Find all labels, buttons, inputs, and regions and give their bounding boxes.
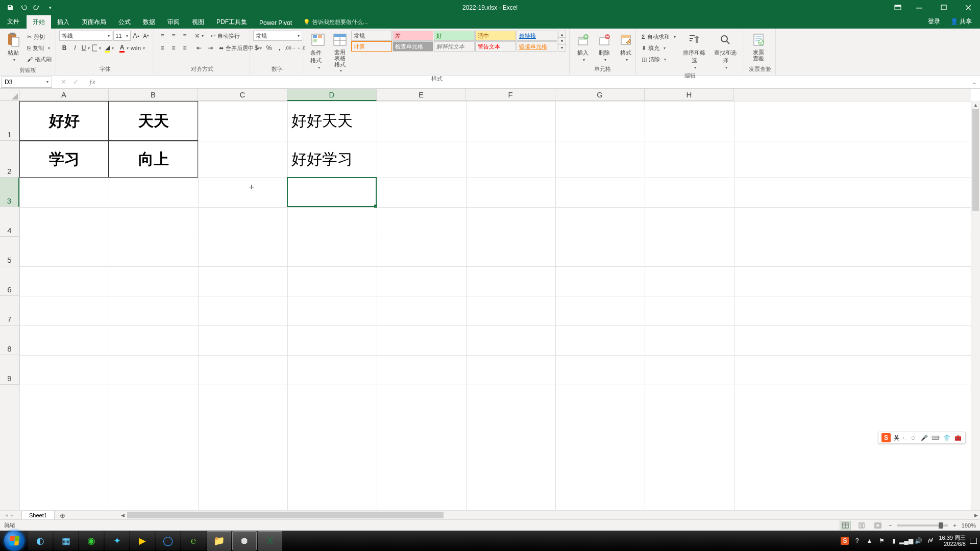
qat-customize-icon[interactable]: ▾ [46,4,54,12]
taskbar-browser[interactable]: ℮ [181,531,206,550]
accounting-format-button[interactable]: $▾ [253,43,263,53]
font-name-combo[interactable]: 等线▾ [59,31,112,41]
invoice-check-button[interactable]: 发票 查验 [747,31,770,62]
row-header-1[interactable]: 1 [0,101,19,141]
taskbar-app-1[interactable]: ◐ [28,531,53,550]
tell-me-search[interactable]: 💡告诉我您想要做什么... [298,16,373,29]
tray-help-icon[interactable]: ? [853,537,861,545]
clear-button[interactable]: ◫清除▾ [640,54,677,64]
font-color-button[interactable]: A▾ [117,43,127,53]
row-headers[interactable]: 123456789 [0,101,19,521]
fill-color-button[interactable]: ◢▾ [102,43,112,53]
scroll-up-icon[interactable]: ▲ [971,101,980,109]
column-header-D[interactable]: D [287,89,377,101]
scroll-left-icon[interactable]: ◀ [119,511,127,519]
ribbon-display-button[interactable] [889,0,906,15]
close-button[interactable] [957,0,980,15]
taskbar-excel[interactable]: X [258,531,282,550]
fill-button[interactable]: ⬇填充▾ [640,43,677,53]
style-normal[interactable]: 常规 [351,31,392,41]
row-header-7[interactable]: 7 [0,296,19,325]
taskbar-app-5[interactable]: ▶ [130,531,155,550]
taskbar-app-2[interactable]: ▦ [54,531,78,550]
taskbar-explorer[interactable]: 📁 [207,531,231,550]
style-warning[interactable]: 警告文本 [475,41,516,52]
ime-keyboard-icon[interactable]: ⌨ [932,434,940,442]
style-gallery-scroll[interactable]: ▴▾▾ [558,31,566,52]
format-as-table-button[interactable]: 套用 表格格式▾ [329,31,350,74]
increase-font-button[interactable]: A▴ [132,31,141,41]
copy-button[interactable]: ⎘复制▾ [26,43,53,53]
tab-power-pivot[interactable]: Power Pivot [253,17,298,29]
ime-voice-icon[interactable]: 🎤 [920,434,928,442]
format-cells-button[interactable]: 格式▾ [616,31,636,63]
decrease-indent-button[interactable]: ⇤ [194,43,204,53]
orientation-button[interactable]: ⤭▾ [194,31,204,41]
number-format-combo[interactable]: 常规▾ [253,31,302,41]
scroll-right-icon[interactable]: ▶ [972,511,980,519]
sheet-nav-last-icon[interactable]: ▸ [11,512,13,518]
zoom-out-button[interactable]: − [889,522,892,529]
tab-data[interactable]: 数据 [137,15,161,29]
cell-B1[interactable]: 天天 [109,101,198,141]
taskbar-app-6[interactable]: ◯ [156,531,180,550]
style-neutral[interactable]: 适中 [475,31,516,41]
name-box[interactable]: D3▾ [1,77,52,88]
horizontal-scrollbar[interactable]: ◀ ▶ [119,511,980,519]
column-header-F[interactable]: F [466,89,555,101]
underline-button[interactable]: U▾ [81,43,91,53]
row-header-3[interactable]: 3 [0,178,19,207]
tray-network-icon[interactable]: ▮ [890,537,898,545]
increase-indent-button[interactable]: ⇥ [205,43,215,53]
style-bad[interactable]: 差 [393,31,433,41]
enter-formula-button[interactable]: ✓ [69,78,82,86]
ime-emoji-icon[interactable]: ☺ [909,434,917,442]
row-header-2[interactable]: 2 [0,141,19,178]
find-select-button[interactable]: 查找和选择▾ [710,31,741,71]
select-all-button[interactable] [0,89,19,101]
new-sheet-button[interactable]: ⊕ [58,511,68,519]
ime-toolbox-icon[interactable]: 🧰 [954,434,962,442]
style-check-cell[interactable]: 检查单元格 [393,41,433,52]
font-size-combo[interactable]: 11▾ [113,31,131,41]
taskbar-recorder[interactable]: ⏺ [232,531,257,550]
align-right-button[interactable]: ≡ [180,43,190,53]
fx-icon[interactable]: ƒx [86,79,99,86]
cells-area[interactable]: 好好天天学习向上好好天天好好学习✛ [19,101,971,521]
column-header-H[interactable]: H [645,89,734,101]
minimize-button[interactable] [908,0,931,15]
tray-sogou-icon[interactable]: S [841,537,849,545]
percent-button[interactable]: % [264,43,274,53]
align-bottom-button[interactable]: ≡ [180,31,190,41]
share-button[interactable]: 👤 共享 [946,15,976,29]
normal-view-button[interactable] [840,521,851,530]
maximize-button[interactable] [932,0,955,15]
tab-home[interactable]: 开始 [27,15,51,29]
tab-review[interactable]: 审阅 [161,15,186,29]
column-header-A[interactable]: A [19,89,109,101]
cell-B2[interactable]: 向上 [109,141,198,178]
sheet-tab[interactable]: Sheet1 [21,511,55,519]
tray-signal-icon[interactable]: ▂▄▆ [902,537,910,545]
tab-file[interactable]: 文件 [0,15,27,29]
vscroll-thumb[interactable] [972,109,979,211]
sign-in-button[interactable]: 登录 [924,15,944,29]
tray-action-center-icon[interactable] [970,538,977,544]
tab-page-layout[interactable]: 页面布局 [76,15,112,29]
format-painter-button[interactable]: 🖌格式刷 [26,54,53,64]
redo-icon[interactable] [33,4,41,12]
decrease-font-button[interactable]: A▾ [141,31,151,41]
row-header-4[interactable]: 4 [0,207,19,237]
cell-D1[interactable]: 好好天天 [287,101,377,141]
bold-button[interactable]: B [59,43,69,53]
zoom-level[interactable]: 190% [962,522,976,529]
tray-flag-icon[interactable]: ⚑ [877,537,886,545]
insert-cells-button[interactable]: 插入▾ [573,31,593,63]
tab-pdf-tools[interactable]: PDF工具集 [210,15,253,29]
cell-A1[interactable]: 好好 [19,101,109,141]
vertical-scrollbar[interactable]: ▲ ▼ [971,101,980,521]
comma-style-button[interactable]: , [275,43,285,53]
tray-shield-icon[interactable]: ▲ [865,537,873,545]
align-left-button[interactable]: ≡ [157,43,167,53]
sheet-nav-first-icon[interactable]: ◂ [5,512,8,518]
